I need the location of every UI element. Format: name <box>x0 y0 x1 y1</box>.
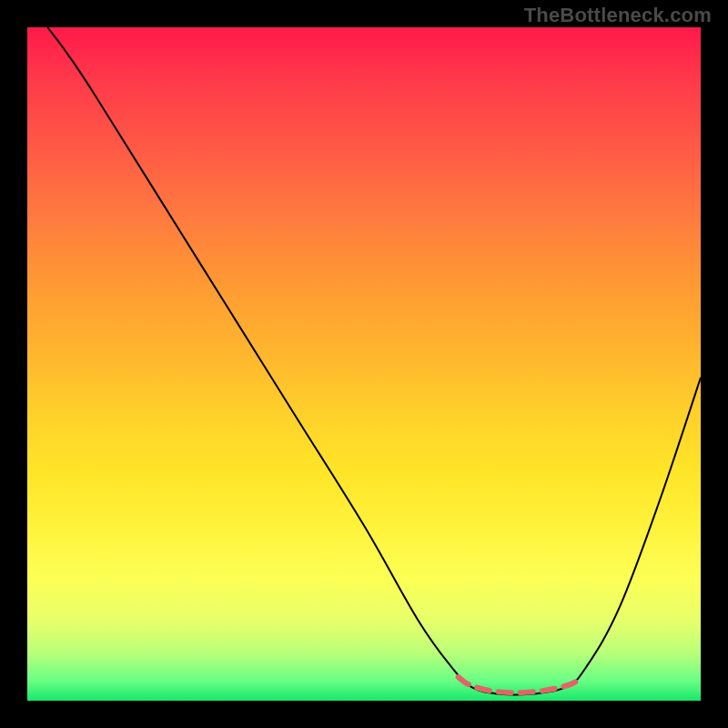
bottleneck-curve <box>47 27 701 695</box>
optimal-band-marker <box>459 677 583 693</box>
plot-area <box>27 27 701 701</box>
curve-layer <box>27 27 701 701</box>
watermark-text: TheBottleneck.com <box>524 4 712 27</box>
chart-container: TheBottleneck.com <box>0 0 728 728</box>
